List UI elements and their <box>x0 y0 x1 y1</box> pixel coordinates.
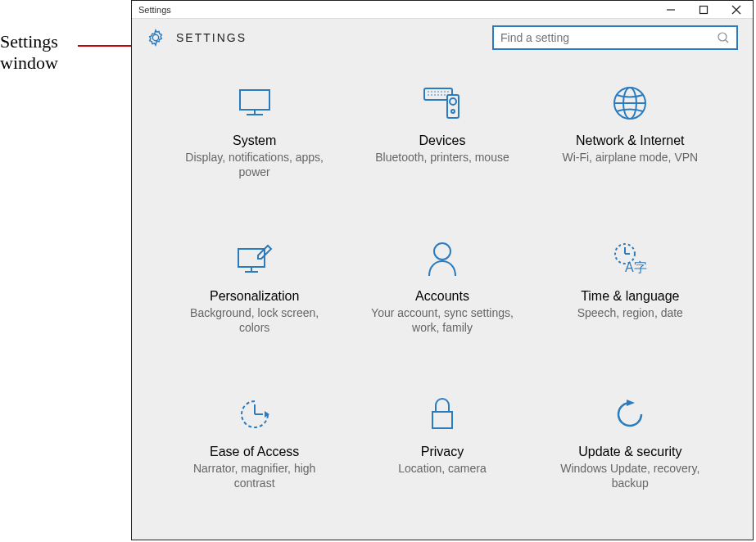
search-box[interactable] <box>492 25 738 50</box>
svg-text:A字: A字 <box>625 260 647 274</box>
settings-window: Settings SETTINGS <box>131 0 754 540</box>
system-icon <box>235 81 274 125</box>
maximize-button[interactable] <box>687 1 720 19</box>
tile-devices[interactable]: Devices Bluetooth, printers, mouse <box>352 73 532 228</box>
tile-title: Devices <box>419 133 466 148</box>
search-icon <box>717 31 730 44</box>
svg-rect-1 <box>700 6 708 13</box>
globe-icon <box>611 81 649 125</box>
svg-point-20 <box>437 94 439 96</box>
maximize-icon <box>699 5 708 15</box>
tile-title: System <box>233 133 276 148</box>
tile-desc: Windows Update, recovery, backup <box>556 461 704 490</box>
svg-rect-41 <box>432 412 452 428</box>
svg-point-19 <box>434 94 436 96</box>
svg-point-16 <box>447 91 449 93</box>
svg-point-15 <box>444 91 446 93</box>
annotation-text-2: window <box>0 52 131 74</box>
svg-point-4 <box>718 33 727 41</box>
tile-title: Ease of Access <box>210 445 299 459</box>
svg-point-21 <box>441 94 442 96</box>
figure-annotation: Settings window <box>0 31 131 74</box>
svg-point-13 <box>437 91 439 93</box>
header-left: SETTINGS <box>147 29 247 47</box>
tile-accounts[interactable]: Accounts Your account, sync settings, wo… <box>352 228 532 384</box>
personalization-icon <box>233 237 276 281</box>
tile-desc: Your account, sync settings, work, famil… <box>369 305 516 335</box>
tile-update-security[interactable]: Update & security Windows Update, recove… <box>541 384 720 540</box>
annotation-leader-line <box>78 45 137 47</box>
tile-title: Privacy <box>421 445 464 459</box>
tile-desc: Display, notifications, apps, power <box>181 150 328 179</box>
gear-icon <box>147 29 165 47</box>
tile-network[interactable]: Network & Internet Wi-Fi, airplane mode,… <box>541 73 720 228</box>
time-language-icon: A字 <box>609 237 651 281</box>
tile-desc: Background, lock screen, colors <box>181 305 328 335</box>
tile-desc: Speech, region, date <box>577 305 683 320</box>
svg-point-33 <box>434 243 450 260</box>
titlebar-controls <box>654 1 753 19</box>
tile-personalization[interactable]: Personalization Background, lock screen,… <box>165 228 344 384</box>
header: SETTINGS <box>132 19 753 56</box>
tile-title: Update & security <box>578 445 681 459</box>
update-icon <box>612 392 648 436</box>
close-icon <box>731 5 741 15</box>
tile-desc: Wi-Fi, airplane mode, VPN <box>562 150 698 165</box>
svg-point-18 <box>431 94 432 96</box>
tile-time-language[interactable]: A字 Time & language Speech, region, date <box>541 228 720 384</box>
ease-of-access-icon <box>237 392 273 436</box>
window-title: Settings <box>138 5 171 15</box>
minimize-icon <box>666 5 676 15</box>
close-button[interactable] <box>720 1 753 19</box>
tile-desc: Bluetooth, printers, mouse <box>375 150 509 165</box>
devices-icon <box>421 81 464 125</box>
tile-title: Accounts <box>415 289 469 304</box>
tile-title: Network & Internet <box>576 133 685 148</box>
annotation-text-1: Settings <box>0 31 131 52</box>
lock-icon <box>426 392 459 436</box>
tile-desc: Location, camera <box>398 461 486 476</box>
svg-marker-42 <box>627 400 635 406</box>
titlebar: Settings <box>132 1 753 19</box>
tile-title: Personalization <box>210 289 299 304</box>
svg-point-11 <box>431 91 432 93</box>
tile-desc: Narrator, magnifier, high contrast <box>181 461 328 490</box>
svg-point-17 <box>428 94 429 96</box>
settings-grid: System Display, notifications, apps, pow… <box>132 56 753 540</box>
svg-line-5 <box>726 40 728 43</box>
minimize-button[interactable] <box>654 1 687 19</box>
tile-ease-of-access[interactable]: Ease of Access Narrator, magnifier, high… <box>165 384 344 540</box>
page-title: SETTINGS <box>176 31 247 44</box>
tile-title: Time & language <box>581 289 679 304</box>
tile-system[interactable]: System Display, notifications, apps, pow… <box>165 73 344 228</box>
tile-privacy[interactable]: Privacy Location, camera <box>352 384 532 540</box>
svg-point-14 <box>441 91 442 93</box>
accounts-icon <box>424 237 460 281</box>
svg-point-10 <box>428 91 429 93</box>
svg-point-12 <box>434 91 436 93</box>
search-input[interactable] <box>500 31 717 44</box>
svg-rect-6 <box>240 90 269 110</box>
svg-point-22 <box>444 94 446 96</box>
